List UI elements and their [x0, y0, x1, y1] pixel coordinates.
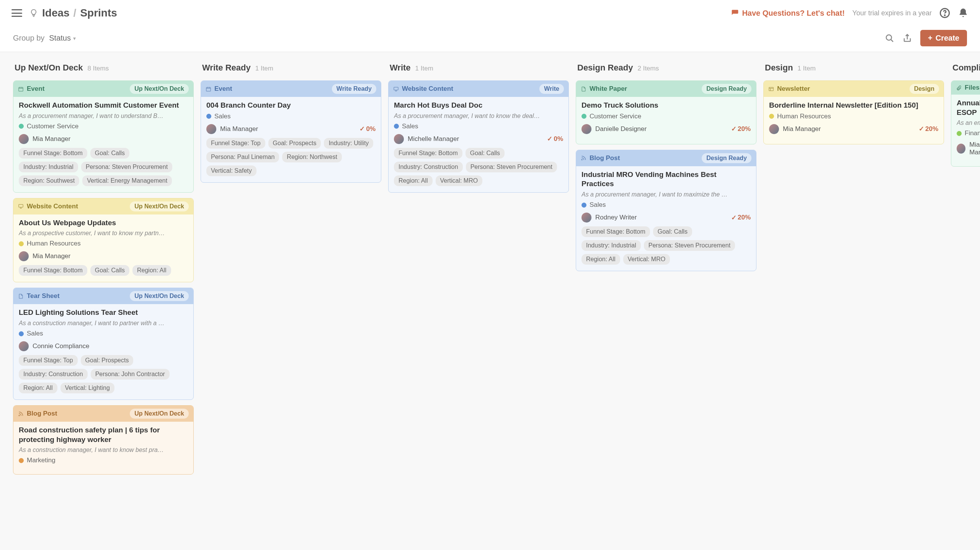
- tag[interactable]: Funnel Stage: Top: [19, 355, 78, 366]
- assignee-name: Mia Manager: [33, 135, 70, 143]
- initiative-dot-icon: [957, 131, 962, 136]
- tag[interactable]: Goal: Calls: [90, 265, 129, 276]
- card[interactable]: Website ContentUp Next/On DeckAbout Us W…: [13, 198, 194, 283]
- tag[interactable]: Goal: Calls: [653, 226, 692, 237]
- card-type: Newsletter: [768, 85, 810, 93]
- tag[interactable]: Persona: Steven Procurement: [81, 162, 172, 172]
- card-assignee: Mia Manager: [19, 251, 70, 261]
- search-icon[interactable]: [885, 34, 894, 43]
- card-description: As a construction manager, I want to par…: [19, 320, 188, 327]
- share-icon[interactable]: [903, 34, 912, 43]
- tag[interactable]: Vertical: MRO: [436, 175, 483, 186]
- menu-hamburger-icon[interactable]: [11, 9, 22, 17]
- card-assignee: Mia Manag: [957, 141, 980, 156]
- card[interactable]: FilesAnnual ESOPAs an employee…FinanceMi…: [951, 80, 980, 167]
- tag[interactable]: Funnel Stage: Top: [206, 138, 265, 149]
- tag[interactable]: Funnel Stage: Bottom: [581, 226, 650, 237]
- toolbar: Group by Status ▾ + Create: [0, 25, 980, 52]
- rss-icon: [18, 411, 24, 417]
- tag[interactable]: Region: All: [132, 265, 171, 276]
- card[interactable]: Blog PostUp Next/On DeckRoad constructio…: [13, 405, 194, 475]
- board-column: Write1 ItemWebsite ContentWriteMarch Hot…: [388, 63, 569, 480]
- card-assignee-row: Rodney Writer✓20%: [581, 213, 751, 223]
- tag[interactable]: Funnel Stage: Bottom: [394, 148, 462, 159]
- tag[interactable]: Goal: Prospects: [81, 355, 134, 366]
- tag[interactable]: Vertical: Safety: [206, 165, 256, 176]
- initiative-label: Marketing: [27, 457, 56, 464]
- tag[interactable]: Funnel Stage: Bottom: [19, 148, 87, 159]
- avatar: [19, 341, 29, 351]
- breadcrumb-root[interactable]: Ideas: [42, 7, 70, 19]
- tag[interactable]: Industry: Construction: [19, 369, 88, 380]
- column-title: Design: [765, 63, 793, 73]
- tag[interactable]: Goal: Calls: [466, 148, 505, 159]
- card-status-pill: Write Ready: [332, 84, 376, 94]
- tag[interactable]: Goal: Prospects: [268, 138, 321, 149]
- card[interactable]: Tear SheetUp Next/On DeckLED Lighting So…: [13, 288, 194, 400]
- card[interactable]: White PaperDesign ReadyDemo Truck Soluti…: [576, 80, 756, 144]
- tag[interactable]: Persona: Paul Lineman: [206, 152, 279, 162]
- tag[interactable]: Industry: Construction: [394, 162, 463, 172]
- card-status-pill: Up Next/On Deck: [130, 201, 189, 211]
- board-column: Write Ready1 ItemEventWrite Ready004 Bra…: [201, 63, 381, 480]
- tag[interactable]: Vertical: MRO: [623, 254, 670, 265]
- card[interactable]: Website ContentWriteMarch Hot Buys Deal …: [388, 80, 569, 193]
- tag[interactable]: Persona: Steven Procurement: [644, 240, 735, 251]
- tag[interactable]: Persona: Steven Procurement: [466, 162, 557, 172]
- avatar: [581, 124, 591, 134]
- tag[interactable]: Region: All: [581, 254, 620, 265]
- column-count: 1 Item: [415, 65, 433, 72]
- initiative-label: Sales: [214, 113, 231, 120]
- column-title: Write Ready: [202, 63, 251, 73]
- tag[interactable]: Industry: Industrial: [19, 162, 78, 172]
- tag[interactable]: Industry: Industrial: [581, 240, 641, 251]
- avatar: [957, 144, 965, 154]
- tag[interactable]: Vertical: Energy Management: [82, 175, 172, 186]
- lightbulb-icon: [29, 8, 38, 18]
- svg-rect-6: [206, 87, 211, 91]
- card[interactable]: NewsletterDesignBorderline Internal News…: [763, 80, 944, 144]
- card-progress: ✓0%: [359, 125, 376, 133]
- progress-value: 0%: [366, 125, 376, 133]
- tag[interactable]: Industry: Utility: [324, 138, 373, 149]
- initiative-label: Customer Service: [590, 113, 641, 120]
- card[interactable]: Blog PostDesign ReadyIndustrial MRO Vend…: [576, 150, 756, 271]
- tag[interactable]: Persona: John Contractor: [91, 369, 170, 380]
- card-assignee: Danielle Designer: [581, 124, 647, 134]
- card-header: NewsletterDesign: [764, 81, 944, 97]
- kanban-board: Up Next/On Deck8 ItemsEventUp Next/On De…: [0, 52, 980, 491]
- calendar-icon: [18, 86, 24, 92]
- card-title: March Hot Buys Deal Doc: [394, 101, 563, 110]
- column-header: Compliance: [951, 63, 980, 73]
- help-icon[interactable]: [939, 8, 950, 18]
- tag[interactable]: Funnel Stage: Bottom: [19, 265, 87, 276]
- group-by-control[interactable]: Group by Status ▾: [13, 34, 76, 43]
- breadcrumb-current[interactable]: Sprints: [80, 7, 117, 19]
- svg-rect-3: [19, 87, 23, 91]
- tag[interactable]: Region: Northwest: [282, 152, 342, 162]
- card-tags: Funnel Stage: BottomGoal: CallsIndustry:…: [581, 226, 751, 265]
- create-button[interactable]: + Create: [920, 30, 967, 46]
- header-right: Have Questions? Let's chat! Your trial e…: [731, 8, 969, 18]
- card-body: Annual ESOPAs an employee…FinanceMia Man…: [951, 95, 980, 166]
- card-header: EventWrite Ready: [201, 81, 381, 97]
- card-assignee-row: Mia Manager✓0%: [206, 124, 376, 134]
- bell-icon[interactable]: [958, 8, 969, 18]
- card[interactable]: EventUp Next/On DeckRockwell Automation …: [13, 80, 194, 193]
- tag[interactable]: Region: All: [394, 175, 433, 186]
- card-progress: ✓20%: [731, 125, 751, 133]
- column-header: Write1 Item: [388, 63, 569, 73]
- chat-link[interactable]: Have Questions? Let's chat!: [731, 9, 844, 18]
- card-header: Tear SheetUp Next/On Deck: [13, 288, 193, 304]
- card-title: About Us Webpage Updates: [19, 218, 188, 228]
- tag[interactable]: Region: Southwest: [19, 175, 79, 186]
- card-tags: Funnel Stage: TopGoal: ProspectsIndustry…: [206, 138, 376, 176]
- tag[interactable]: Goal: Calls: [90, 148, 129, 159]
- card-status-pill: Write: [539, 84, 564, 94]
- card-status-pill: Design Ready: [702, 84, 751, 94]
- tag[interactable]: Region: All: [19, 383, 57, 393]
- card-status-pill: Design Ready: [702, 153, 751, 163]
- initiative-dot-icon: [19, 124, 24, 129]
- card[interactable]: EventWrite Ready004 Branch Counter DaySa…: [201, 80, 381, 183]
- tag[interactable]: Vertical: Lighting: [60, 383, 114, 393]
